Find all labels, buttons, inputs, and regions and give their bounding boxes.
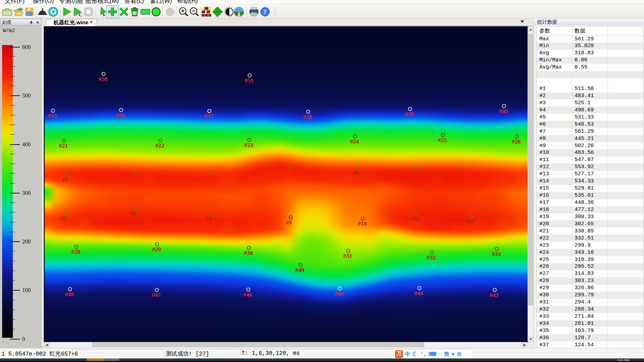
svg-text:#25: #25 xyxy=(438,137,447,144)
svg-text:#45: #45 xyxy=(335,290,344,297)
svg-text:#39: #39 xyxy=(405,111,414,117)
svg-text:#44: #44 xyxy=(414,290,423,297)
svg-text:#24: #24 xyxy=(350,138,359,145)
svg-text:#51: #51 xyxy=(245,77,254,84)
svg-text:#12: #12 xyxy=(411,215,420,222)
svg-text:#23: #23 xyxy=(244,142,253,149)
svg-text:#10: #10 xyxy=(358,220,367,227)
svg-text:#35: #35 xyxy=(48,112,57,119)
svg-text:#37: #37 xyxy=(204,113,213,120)
svg-text:#48: #48 xyxy=(65,291,74,298)
svg-text:#4: #4 xyxy=(130,210,136,217)
svg-text:#8: #8 xyxy=(286,219,292,226)
svg-text:#32: #32 xyxy=(427,254,436,261)
svg-text:#40: #40 xyxy=(499,108,508,115)
svg-text:#38: #38 xyxy=(303,114,312,120)
svg-text:#14: #14 xyxy=(466,218,475,225)
svg-text:#33: #33 xyxy=(492,251,501,257)
svg-text:#9: #9 xyxy=(353,170,359,176)
svg-text:#1: #1 xyxy=(62,176,68,183)
svg-text:#36: #36 xyxy=(116,112,125,119)
svg-text:#43: #43 xyxy=(490,292,499,298)
svg-text:#26: #26 xyxy=(512,138,521,145)
svg-text:#29: #29 xyxy=(152,246,161,253)
svg-text:#28: #28 xyxy=(71,248,80,255)
svg-text:#22: #22 xyxy=(155,142,164,149)
svg-text:#46: #46 xyxy=(243,291,252,298)
svg-text:#2: #2 xyxy=(61,215,67,222)
svg-text:#31: #31 xyxy=(343,252,352,259)
svg-text:#6: #6 xyxy=(206,215,212,222)
svg-text:#30: #30 xyxy=(244,250,253,256)
svg-text:#47: #47 xyxy=(152,292,161,298)
svg-text:#49: #49 xyxy=(295,267,304,273)
svg-text:#21: #21 xyxy=(59,142,68,149)
svg-text:#50: #50 xyxy=(99,76,108,82)
